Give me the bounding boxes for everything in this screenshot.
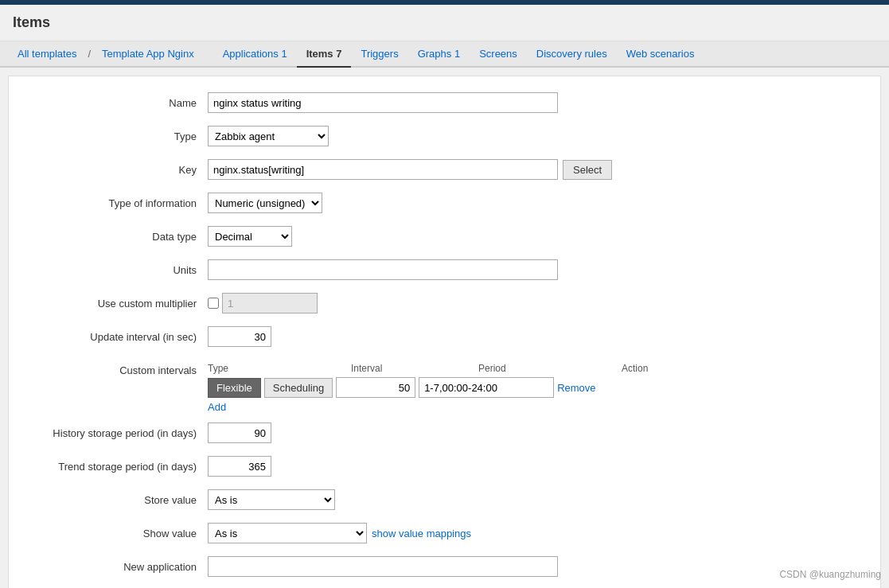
key-control-wrap: Select bbox=[208, 159, 856, 180]
new-application-row: New application bbox=[33, 556, 856, 580]
breadcrumb-template[interactable]: Template App Nginx bbox=[92, 41, 204, 68]
trend-control-wrap bbox=[208, 456, 856, 477]
breadcrumb-separator: / bbox=[86, 41, 92, 66]
custom-multiplier-label: Use custom multiplier bbox=[33, 293, 208, 310]
custom-multiplier-checkbox[interactable] bbox=[208, 298, 219, 309]
custom-intervals-table: Type Interval Period Action Flexible Sch… bbox=[208, 363, 685, 413]
show-value-mappings-link[interactable]: show value mappings bbox=[372, 528, 471, 539]
name-control-wrap bbox=[208, 92, 856, 113]
history-row: History storage period (in days) bbox=[33, 423, 856, 446]
page-title: Items bbox=[0, 5, 889, 41]
show-value-control-wrap: As is show value mappings bbox=[208, 523, 856, 543]
type-of-info-select[interactable]: Numeric (unsigned) Numeric (float) Chara… bbox=[208, 193, 322, 213]
ci-period-header: Period bbox=[478, 363, 622, 374]
new-application-label: New application bbox=[33, 556, 208, 573]
tab-items[interactable]: Items 7 bbox=[297, 41, 352, 68]
show-value-row: Show value As is show value mappings bbox=[33, 523, 856, 547]
key-row: Key Select bbox=[33, 159, 856, 183]
custom-intervals-label: Custom intervals bbox=[33, 360, 208, 376]
ci-remove-link[interactable]: Remove bbox=[557, 382, 595, 394]
key-label: Key bbox=[33, 159, 208, 176]
data-type-control-wrap: Decimal Octal Hexadecimal Boolean bbox=[208, 226, 856, 247]
store-value-row: Store value As is Delta (speed per secon… bbox=[33, 489, 856, 513]
data-type-select[interactable]: Decimal Octal Hexadecimal Boolean bbox=[208, 226, 292, 247]
units-row: Units bbox=[33, 259, 856, 283]
ci-type-header: Type bbox=[208, 363, 351, 374]
breadcrumb-all-templates[interactable]: All templates bbox=[8, 41, 86, 68]
type-label: Type bbox=[33, 126, 208, 142]
ci-add-wrap: Add bbox=[208, 401, 685, 413]
trend-input[interactable] bbox=[208, 456, 271, 477]
name-input[interactable] bbox=[208, 92, 558, 113]
units-input[interactable] bbox=[208, 259, 558, 280]
units-control-wrap bbox=[208, 259, 856, 280]
ci-header: Type Interval Period Action bbox=[208, 363, 685, 374]
new-application-control-wrap bbox=[208, 556, 856, 577]
custom-multiplier-row: Use custom multiplier bbox=[33, 293, 856, 317]
tab-screens[interactable]: Screens bbox=[470, 41, 527, 68]
custom-intervals-row: Custom intervals Type Interval Period Ac… bbox=[33, 360, 856, 413]
form-content: Name Type Zabbix agent Zabbix agent (act… bbox=[8, 76, 881, 588]
custom-multiplier-control-wrap bbox=[208, 293, 856, 313]
tab-graphs[interactable]: Graphs 1 bbox=[408, 41, 470, 68]
update-interval-control-wrap bbox=[208, 326, 856, 347]
nav-tabs: All templates / Template App Nginx Appli… bbox=[0, 41, 889, 68]
show-value-label: Show value bbox=[33, 523, 208, 539]
scheduling-button[interactable]: Scheduling bbox=[264, 378, 333, 398]
type-of-info-control-wrap: Numeric (unsigned) Numeric (float) Chara… bbox=[208, 193, 856, 213]
tab-triggers[interactable]: Triggers bbox=[351, 41, 407, 68]
store-value-control-wrap: As is Delta (speed per second) Delta (si… bbox=[208, 489, 856, 510]
ci-action-header: Action bbox=[622, 363, 685, 374]
data-type-label: Data type bbox=[33, 226, 208, 243]
history-input[interactable] bbox=[208, 423, 271, 443]
data-type-row: Data type Decimal Octal Hexadecimal Bool… bbox=[33, 226, 856, 250]
trend-label: Trend storage period (in days) bbox=[33, 456, 208, 473]
type-of-info-row: Type of information Numeric (unsigned) N… bbox=[33, 193, 856, 216]
store-value-select[interactable]: As is Delta (speed per second) Delta (si… bbox=[208, 489, 335, 510]
update-interval-label: Update interval (in sec) bbox=[33, 326, 208, 343]
units-label: Units bbox=[33, 259, 208, 276]
type-of-info-label: Type of information bbox=[33, 193, 208, 209]
name-row: Name bbox=[33, 92, 856, 116]
ci-interval-header: Interval bbox=[351, 363, 478, 374]
key-input[interactable] bbox=[208, 159, 558, 180]
ci-interval-input[interactable] bbox=[336, 377, 415, 398]
history-label: History storage period (in days) bbox=[33, 423, 208, 439]
ci-add-link[interactable]: Add bbox=[208, 401, 226, 413]
tab-discovery-rules[interactable]: Discovery rules bbox=[527, 41, 617, 68]
tab-web-scenarios[interactable]: Web scenarios bbox=[617, 41, 704, 68]
update-interval-input[interactable] bbox=[208, 326, 271, 347]
trend-row: Trend storage period (in days) bbox=[33, 456, 856, 480]
name-label: Name bbox=[33, 92, 208, 109]
multiplier-value-input[interactable] bbox=[222, 293, 318, 313]
type-row: Type Zabbix agent Zabbix agent (active) … bbox=[33, 126, 856, 150]
tab-applications[interactable]: Applications 1 bbox=[213, 41, 297, 68]
nav-spacer bbox=[204, 48, 213, 60]
watermark: CSDN @kuangzhuming bbox=[779, 569, 881, 580]
type-select[interactable]: Zabbix agent Zabbix agent (active) Simpl… bbox=[208, 126, 329, 146]
update-interval-row: Update interval (in sec) bbox=[33, 326, 856, 350]
key-select-button[interactable]: Select bbox=[563, 160, 612, 180]
ci-period-input[interactable] bbox=[419, 377, 554, 398]
type-control-wrap: Zabbix agent Zabbix agent (active) Simpl… bbox=[208, 126, 856, 146]
show-value-select[interactable]: As is bbox=[208, 523, 367, 543]
custom-intervals-control-wrap: Type Interval Period Action Flexible Sch… bbox=[208, 360, 856, 413]
store-value-label: Store value bbox=[33, 489, 208, 506]
ci-row-1: Flexible Scheduling Remove bbox=[208, 377, 685, 398]
history-control-wrap bbox=[208, 423, 856, 443]
new-application-input[interactable] bbox=[208, 556, 558, 577]
flexible-button[interactable]: Flexible bbox=[208, 378, 261, 398]
